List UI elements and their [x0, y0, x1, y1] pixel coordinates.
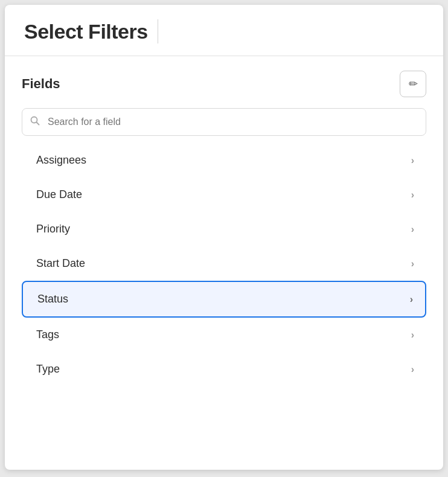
- fields-header: Fields ✏: [22, 71, 426, 97]
- header-divider: [158, 19, 158, 43]
- field-item-type[interactable]: Type ›: [22, 352, 426, 386]
- edit-button[interactable]: ✏: [400, 71, 426, 97]
- field-item-priority[interactable]: Priority ›: [22, 212, 426, 246]
- chevron-right-icon: ›: [411, 155, 414, 166]
- field-item-tags[interactable]: Tags ›: [22, 318, 426, 352]
- chevron-right-icon: ›: [411, 258, 414, 269]
- chevron-right-icon: ›: [411, 190, 414, 200]
- panel-header: Select Filters: [5, 5, 443, 56]
- page-title: Select Filters: [24, 20, 148, 43]
- chevron-right-icon: ›: [410, 294, 413, 305]
- field-item-status[interactable]: Status ›: [22, 281, 426, 318]
- search-input[interactable]: [22, 108, 426, 136]
- field-item-assignees[interactable]: Assignees ›: [22, 143, 426, 178]
- field-item-due-date[interactable]: Due Date ›: [22, 178, 426, 212]
- chevron-right-icon: ›: [411, 364, 414, 375]
- field-item-start-date[interactable]: Start Date ›: [22, 246, 426, 281]
- search-container: [22, 108, 426, 136]
- fields-label: Fields: [22, 76, 60, 92]
- pencil-icon: ✏: [409, 77, 418, 91]
- field-list: Assignees › Due Date › Priority › Start …: [22, 143, 426, 386]
- chevron-right-icon: ›: [411, 330, 414, 341]
- chevron-right-icon: ›: [411, 224, 414, 235]
- select-filters-panel: Select Filters Fields ✏ Assignees ›: [5, 5, 443, 470]
- panel-body: Fields ✏ Assignees › Due Date ›: [5, 56, 443, 401]
